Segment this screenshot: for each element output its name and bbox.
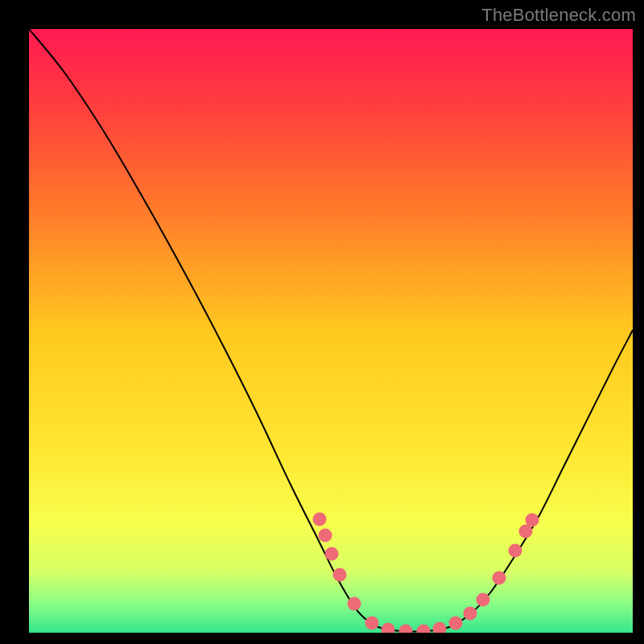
curve-marker <box>477 593 490 607</box>
curve-marker <box>399 625 413 638</box>
curve-marker <box>493 572 506 585</box>
curve-marker <box>433 622 447 636</box>
chart-stage: TheBottleneck.com <box>0 0 644 644</box>
watermark-label: TheBottleneck.com <box>481 5 636 26</box>
curve-marker <box>449 617 463 630</box>
curve-marker <box>464 607 477 621</box>
curve-marker <box>348 597 361 611</box>
curve-marker <box>325 547 339 561</box>
curve-marker <box>333 568 347 582</box>
curve-marker <box>319 529 332 543</box>
bottleneck-chart <box>0 0 644 644</box>
curve-marker <box>509 544 522 558</box>
curve-marker <box>417 625 431 638</box>
curve-marker <box>313 513 327 526</box>
curve-marker <box>526 514 539 527</box>
plot-area-gradient <box>29 29 633 633</box>
curve-marker <box>382 623 395 637</box>
curve-marker <box>365 617 379 630</box>
